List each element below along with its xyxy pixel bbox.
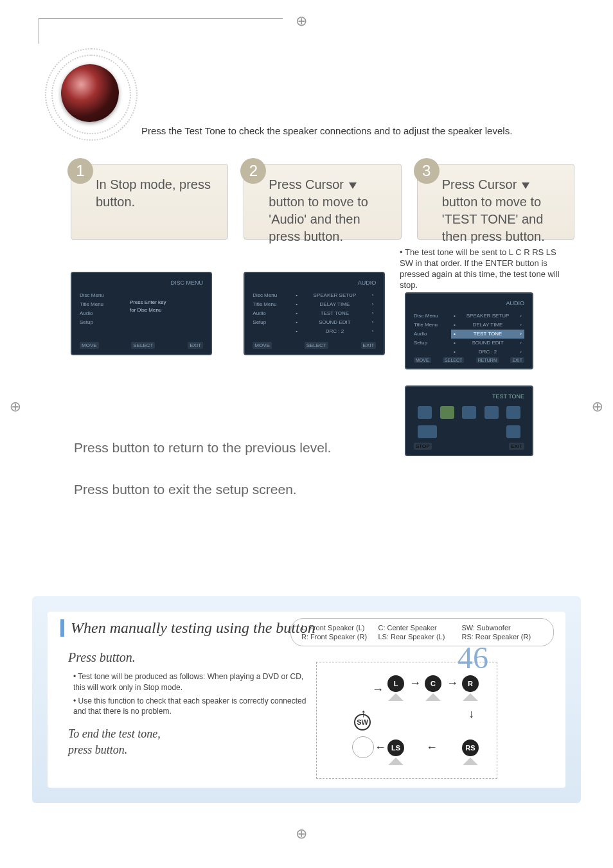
remote-icon	[352, 736, 374, 758]
registration-mark: ⊕	[589, 401, 606, 412]
step-1: 1 In Stop mode, press button. DISC MENU …	[71, 164, 228, 355]
step-number: 3	[414, 158, 440, 184]
tv-screenshot-audio-menu: AUDIO Disc MenuTitle MenuAudioSetup •SPE…	[244, 272, 385, 355]
down-arrow-icon	[349, 182, 357, 189]
node-l: L	[387, 675, 404, 692]
press-testtone-sub: Press button.	[68, 648, 312, 666]
page-number: 46	[458, 640, 488, 675]
step-text: In Stop mode, press button.	[96, 176, 213, 211]
node-r: R	[462, 675, 479, 692]
list-item: • Test tone will be produced as follows:…	[73, 671, 312, 693]
registration-mark: ⊕	[296, 13, 307, 30]
step3-note: • The test tone will be sent to L C R RS…	[400, 247, 567, 291]
step-text: Press Cursor button to move to 'Audio' a…	[269, 176, 386, 245]
arrow-icon: →	[372, 683, 384, 696]
node-rs: RS	[462, 740, 479, 756]
down-arrow-icon	[522, 182, 529, 189]
arrow-icon: ←	[375, 741, 386, 754]
node-c: C	[425, 675, 441, 692]
manual-test-panel: When manually testing using the button L…	[32, 596, 581, 803]
return-instruction: Press button to return to the previous l…	[74, 440, 395, 456]
step-number: 1	[67, 158, 93, 184]
step-number: 2	[240, 158, 266, 184]
crop-mark	[39, 18, 283, 19]
arrow-icon: ←	[426, 741, 438, 754]
speaker-legend: L: Front Speaker (L) C: Center Speaker S…	[290, 618, 554, 646]
tv-screenshot-disc-menu: DISC MENU Disc MenuTitle MenuAudioSetup …	[71, 272, 212, 355]
step-text: Press Cursor button to move to 'TEST TON…	[442, 176, 560, 245]
manual-test-body: Press button. • Test tone will be produc…	[68, 644, 312, 764]
speaker-flow-diagram: L → C → R SW ↓ RS ← LS ← → →	[316, 662, 497, 779]
intro-text: Press the Test Tone to check the speaker…	[141, 125, 512, 136]
registration-mark: ⊕	[296, 826, 307, 842]
step3-screenshots: AUDIO Disc MenuTitle MenuAudioSetup •SPE…	[405, 292, 533, 456]
list-item: • Use this function to check that each s…	[73, 696, 312, 718]
registration-mark: ⊕	[7, 401, 24, 412]
arrow-icon: →	[409, 677, 421, 690]
tv-screenshot-testtone-active: TEST TONE STOPEXIT	[405, 385, 533, 456]
manual-test-bullets: • Test tone will be produced as follows:…	[73, 671, 312, 717]
tv-screenshot-testtone-select: AUDIO Disc MenuTitle MenuAudioSetup •SPE…	[405, 292, 533, 369]
arrow-icon: ↓	[468, 707, 474, 721]
speaker-illustration	[35, 39, 145, 148]
end-testtone-sub: To end the test tone, press button.	[68, 726, 312, 758]
arrow-icon: →	[357, 709, 370, 720]
exit-instruction: Press button to exit the setup screen.	[74, 482, 395, 498]
arrow-icon: →	[447, 677, 458, 690]
step-2: 2 Press Cursor button to move to 'Audio'…	[244, 164, 401, 355]
node-ls: LS	[387, 740, 404, 756]
